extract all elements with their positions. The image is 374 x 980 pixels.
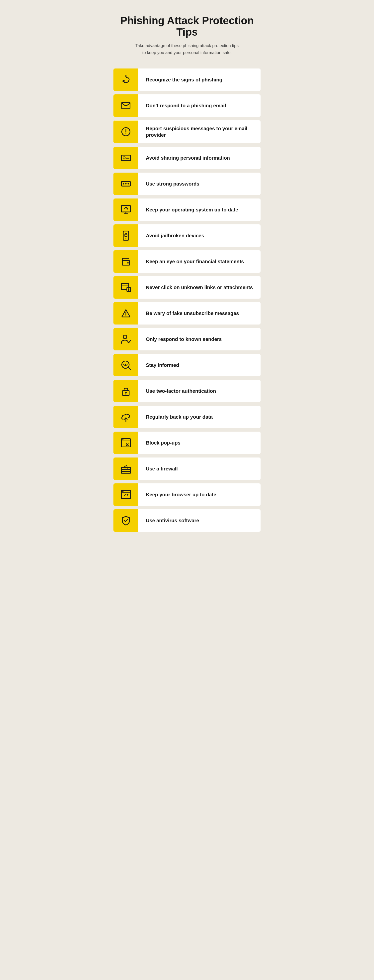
- tip-label: Keep your browser up to date: [138, 487, 224, 503]
- browser-x-icon: [113, 431, 138, 454]
- list-item: Regularly back up your data: [113, 406, 261, 428]
- svg-point-19: [128, 262, 129, 264]
- svg-line-30: [128, 368, 130, 369]
- svg-point-28: [123, 335, 127, 339]
- page-title: Phishing Attack Protection Tips: [113, 15, 261, 38]
- svg-point-0: [125, 75, 127, 77]
- svg-rect-41: [121, 469, 131, 471]
- list-item: Use antivirus software: [113, 509, 261, 532]
- cloud-upload-icon: [113, 406, 138, 428]
- person-check-icon: [113, 328, 138, 350]
- hook-icon: [113, 68, 138, 91]
- tip-label: Keep your operating system up to date: [138, 202, 246, 218]
- shield-check-icon: [113, 509, 138, 532]
- svg-point-46: [122, 491, 124, 492]
- tip-label: Use antivirus software: [138, 512, 206, 529]
- svg-point-27: [125, 315, 126, 316]
- tip-label: Never click on unknown links or attachme…: [138, 279, 260, 296]
- svg-text:11: 11: [125, 391, 127, 393]
- tip-label: Recognize the signs of phishing: [138, 72, 230, 88]
- lock-key-icon: 11: [113, 380, 138, 402]
- monitor-refresh-icon: [113, 199, 138, 221]
- browser-refresh-icon: [113, 484, 138, 506]
- list-item: Keep your operating system up to date: [113, 199, 261, 221]
- wallet-icon: [113, 250, 138, 273]
- list-item: Stay informed: [113, 354, 261, 376]
- svg-point-10: [123, 183, 125, 185]
- list-item: Block pop-ups: [113, 431, 261, 454]
- svg-point-18: [125, 238, 126, 239]
- svg-point-31: [125, 364, 126, 365]
- svg-point-6: [123, 157, 125, 159]
- tip-label: Use two-factor authentication: [138, 383, 224, 399]
- phone-lock-icon: [113, 224, 138, 247]
- search-eye-icon: [113, 354, 138, 376]
- list-item: Report suspicious messages to your email…: [113, 120, 261, 143]
- tip-label: Stay informed: [138, 357, 187, 373]
- tip-label: Report suspicious messages to your email…: [138, 120, 261, 143]
- tip-label: Use a firewall: [138, 460, 185, 477]
- tip-label: Keep an eye on your financial statements: [138, 253, 251, 270]
- tips-list: Recognize the signs of phishing Don't re…: [113, 68, 261, 532]
- page-subtitle: Take advantage of these phishing attack …: [113, 42, 261, 56]
- list-item: Be wary of fake unsubscribe messages: [113, 302, 261, 325]
- tip-label: Don't respond to a phishing email: [138, 97, 233, 114]
- svg-point-11: [125, 183, 127, 185]
- svg-rect-13: [121, 205, 131, 212]
- svg-point-40: [122, 439, 124, 441]
- list-item: Only respond to known senders: [113, 328, 261, 350]
- list-item: Don't respond to a phishing email: [113, 94, 261, 117]
- list-item: Recognize the signs of phishing: [113, 68, 261, 91]
- tip-label: Regularly back up your data: [138, 409, 220, 425]
- firewall-icon: [113, 458, 138, 480]
- list-item: 11 Use two-factor authentication: [113, 380, 261, 402]
- tip-label: Be wary of fake unsubscribe messages: [138, 305, 246, 321]
- id-card-icon: [113, 147, 138, 169]
- list-item: Avoid jailbroken devices: [113, 224, 261, 247]
- tip-label: Use strong passwords: [138, 176, 207, 192]
- warning-triangle-icon: [113, 302, 138, 325]
- tip-label: Block pop-ups: [138, 434, 188, 451]
- list-item: Keep your browser up to date: [113, 484, 261, 506]
- tip-label: Only respond to known senders: [138, 331, 229, 347]
- list-item: Never click on unknown links or attachme…: [113, 276, 261, 299]
- password-icon: [113, 173, 138, 195]
- page-header: Phishing Attack Protection Tips Take adv…: [113, 15, 261, 56]
- tip-label: Avoid jailbroken devices: [138, 228, 212, 244]
- svg-point-12: [128, 183, 129, 185]
- browser-clip-icon: [113, 276, 138, 299]
- svg-rect-43: [121, 472, 131, 473]
- alert-circle-icon: [113, 121, 138, 143]
- list-item: Avoid sharing personal information: [113, 147, 261, 169]
- list-item: Use strong passwords: [113, 173, 261, 195]
- svg-rect-17: [125, 234, 127, 236]
- list-item: Keep an eye on your financial statements: [113, 250, 261, 273]
- list-item: Use a firewall: [113, 458, 261, 480]
- svg-point-4: [125, 133, 126, 134]
- svg-rect-42: [121, 467, 131, 469]
- email-icon: [113, 94, 138, 117]
- tip-label: Avoid sharing personal information: [138, 150, 237, 166]
